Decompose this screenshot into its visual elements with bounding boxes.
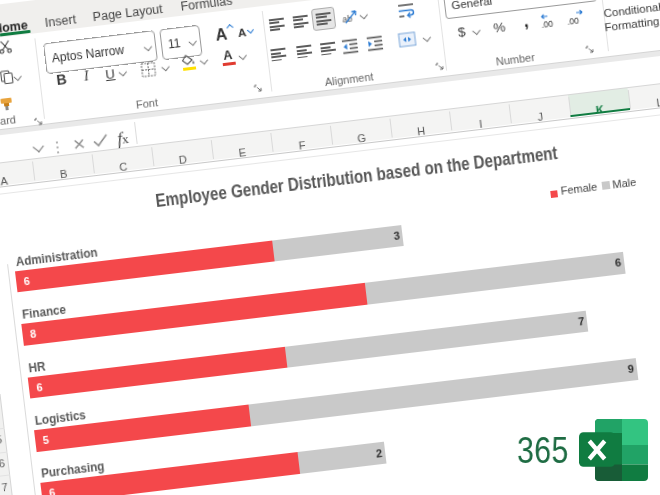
svg-text:.00: .00 bbox=[567, 15, 580, 26]
svg-text:.00: .00 bbox=[541, 19, 554, 30]
svg-text:ab: ab bbox=[342, 13, 353, 24]
